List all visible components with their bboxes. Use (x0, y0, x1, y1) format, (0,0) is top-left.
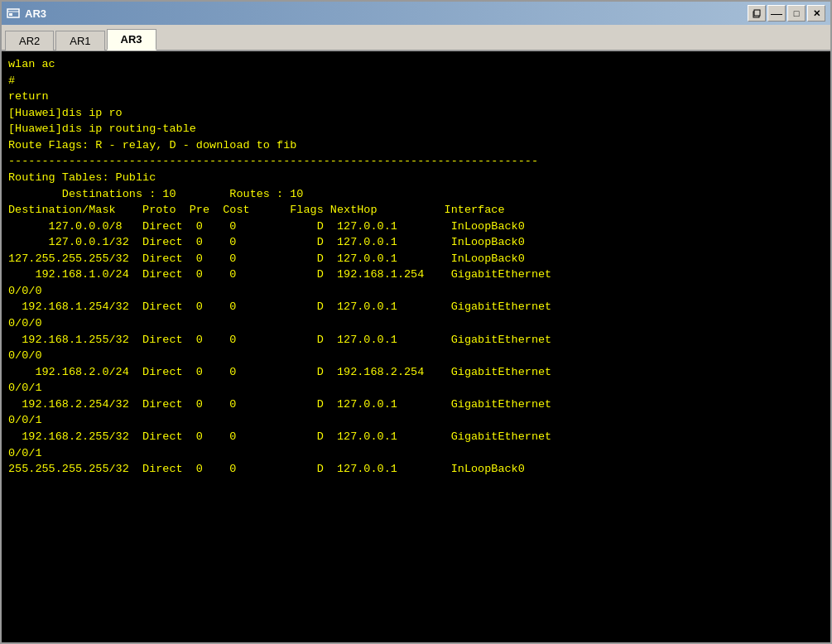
svg-rect-2 (9, 13, 12, 16)
terminal-line: [Huawei]dis ip routing-table (8, 121, 824, 137)
title-bar-left: AR3 (7, 7, 46, 20)
terminal-line: 0/0/0 (8, 315, 824, 332)
terminal-line: 255.255.255.255/32 Direct 0 0 D 127.0.0.… (8, 461, 824, 478)
terminal-line: 0/0/1 (8, 445, 824, 462)
tab-ar3-label: AR3 (121, 33, 142, 46)
terminal-line: ----------------------------------------… (8, 153, 824, 170)
tab-bar: AR2 AR1 AR3 (2, 25, 830, 51)
terminal-output[interactable]: wlan ac#return[Huawei]dis ip ro[Huawei]d… (2, 51, 830, 642)
maximize-button[interactable]: □ (787, 5, 806, 22)
terminal-line: 127.0.0.1/32 Direct 0 0 D 127.0.0.1 InLo… (8, 234, 824, 251)
tab-ar2-label: AR2 (19, 35, 40, 47)
minimize-icon: — (771, 7, 782, 19)
terminal-line: # (8, 73, 824, 89)
terminal-line: Destination/Mask Proto Pre Cost Flags Ne… (8, 202, 824, 219)
terminal-line: 0/0/1 (8, 412, 824, 429)
maximize-icon: □ (794, 8, 800, 18)
close-button[interactable]: ✕ (807, 5, 825, 22)
terminal-line: 127.0.0.0/8 Direct 0 0 D 127.0.0.1 InLoo… (8, 219, 824, 235)
tab-ar1[interactable]: AR1 (55, 31, 104, 50)
terminal-line: return (8, 89, 824, 105)
terminal-line: 0/0/0 (8, 283, 824, 300)
main-window: AR3 — □ ✕ AR2 AR1 (0, 0, 832, 644)
terminal-line: 192.168.2.0/24 Direct 0 0 D 192.168.2.25… (8, 364, 824, 381)
tab-ar2[interactable]: AR2 (5, 31, 54, 50)
terminal-line: 192.168.1.254/32 Direct 0 0 D 127.0.0.1 … (8, 299, 824, 315)
title-bar: AR3 — □ ✕ (2, 2, 830, 25)
terminal-line: 192.168.1.255/32 Direct 0 0 D 127.0.0.1 … (8, 332, 824, 348)
minimize-button[interactable]: — (767, 5, 786, 22)
tab-ar3[interactable]: AR3 (107, 29, 156, 50)
terminal-line: 192.168.2.255/32 Direct 0 0 D 127.0.0.1 … (8, 429, 824, 445)
terminal-line: 0/0/0 (8, 348, 824, 364)
tab-ar1-label: AR1 (70, 35, 90, 47)
terminal-line: 192.168.1.0/24 Direct 0 0 D 192.168.1.25… (8, 267, 824, 283)
app-icon (7, 7, 20, 20)
terminal-line: Routing Tables: Public (8, 170, 824, 186)
window-controls: — □ ✕ (748, 5, 825, 22)
restore-button[interactable] (748, 5, 766, 22)
terminal-line: 0/0/1 (8, 380, 824, 396)
terminal-line: Route Flags: R - relay, D - download to … (8, 137, 824, 154)
terminal-line: [Huawei]dis ip ro (8, 105, 824, 122)
window-title: AR3 (25, 7, 46, 20)
terminal-line: 127.255.255.255/32 Direct 0 0 D 127.0.0.… (8, 251, 824, 267)
close-icon: ✕ (813, 8, 820, 19)
terminal-line: wlan ac (8, 56, 824, 73)
svg-rect-4 (754, 10, 760, 16)
terminal-line: Destinations : 10 Routes : 10 (8, 186, 824, 203)
terminal-line: 192.168.2.254/32 Direct 0 0 D 127.0.0.1 … (8, 396, 824, 413)
